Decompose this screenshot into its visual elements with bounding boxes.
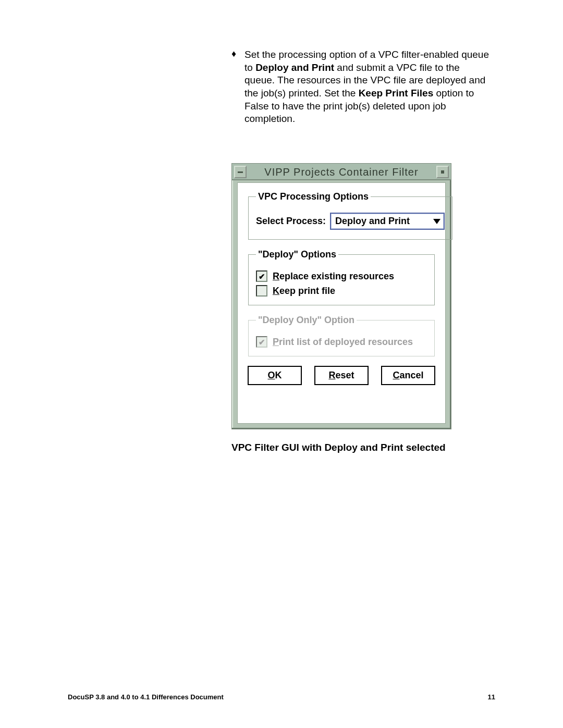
dialog-button-row: OK Reset Cancel [248, 366, 435, 385]
mnemonic-k: K [273, 286, 279, 296]
instruction-paragraph: Set the processing option of a VPC filte… [244, 48, 489, 126]
cancel-rest: ancel [399, 370, 423, 380]
print-list-deployed-label: rint list of deployed resources [279, 337, 413, 347]
para-bold-3: Keep Print Files [359, 88, 434, 98]
group-deploy-options: "Deploy" Options Replace existing resour… [248, 249, 435, 305]
group-deploy-legend: "Deploy" Options [256, 249, 338, 260]
footer-page-number: 11 [488, 693, 495, 701]
window-minimize-icon[interactable] [436, 166, 449, 178]
para-bold-1: Deploy and Print [255, 62, 334, 73]
group-deploy-only-legend: "Deploy Only" Option [256, 315, 357, 326]
bullet-diamond-icon: ♦ [231, 48, 236, 59]
checkbox-icon [256, 336, 267, 348]
dialog-body: VPC Processing Options Select Process: D… [237, 182, 446, 424]
reset-rest: eset [335, 370, 354, 380]
cancel-button[interactable]: Cancel [381, 366, 435, 385]
mnemonic-r: R [273, 271, 279, 281]
checkbox-icon [256, 285, 267, 297]
replace-existing-label: eplace existing resources [279, 271, 394, 281]
mnemonic-p: P [273, 337, 279, 347]
chevron-down-icon [433, 219, 440, 224]
window-menu-icon[interactable] [234, 166, 247, 178]
keep-print-file-label: eep print file [279, 286, 335, 296]
footer-doc-title: DocuSP 3.8 and 4.0 to 4.1 Differences Do… [68, 693, 224, 701]
vipp-filter-dialog: VIPP Projects Container Filter VPC Proce… [231, 163, 451, 429]
figure-caption: VPC Filter GUI with Deploy and Print sel… [231, 442, 446, 453]
select-process-dropdown[interactable]: Deploy and Print [330, 213, 445, 230]
select-process-value: Deploy and Print [335, 216, 410, 227]
ok-button[interactable]: OK [248, 366, 302, 385]
checkbox-print-list-deployed: Print list of deployed resources [256, 336, 427, 348]
mnemonic-o: O [267, 370, 275, 380]
group-deploy-only-option: "Deploy Only" Option Print list of deplo… [248, 315, 435, 356]
group-processing-options: VPC Processing Options Select Process: D… [248, 191, 452, 240]
select-process-label: Select Process: [256, 216, 326, 227]
reset-button[interactable]: Reset [314, 366, 369, 385]
dialog-title: VIPP Projects Container Filter [247, 166, 436, 178]
group-processing-legend: VPC Processing Options [256, 191, 371, 202]
mnemonic-c: C [393, 370, 399, 380]
checkbox-keep-print-file[interactable]: Keep print file [256, 285, 427, 297]
document-page: ♦ Set the processing option of a VPC fil… [0, 0, 563, 728]
mnemonic-reset: R [328, 370, 335, 380]
ok-rest: K [275, 370, 282, 380]
checkbox-icon [256, 270, 267, 282]
dialog-titlebar: VIPP Projects Container Filter [232, 164, 451, 180]
checkbox-replace-existing[interactable]: Replace existing resources [256, 270, 427, 282]
